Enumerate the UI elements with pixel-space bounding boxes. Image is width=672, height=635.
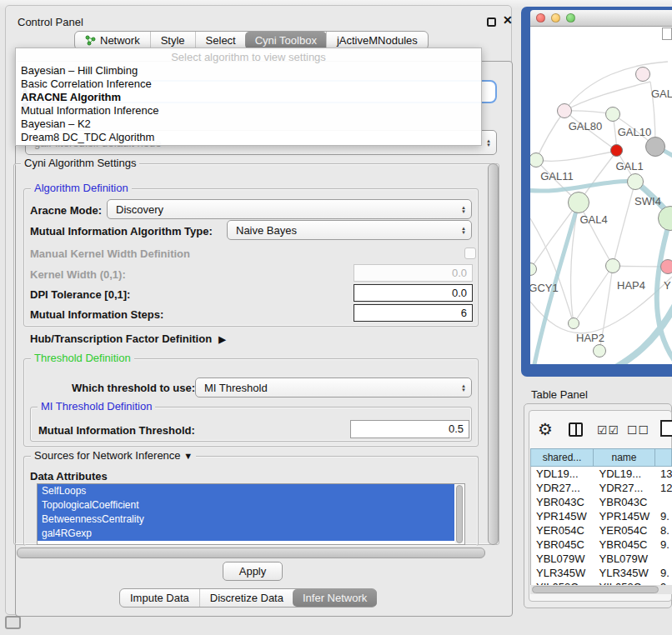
kernel-width-field[interactable]: 0.0 bbox=[354, 264, 473, 282]
table-panel-title: Table Panel bbox=[531, 388, 588, 401]
settings-vscroll-thumb[interactable] bbox=[488, 163, 499, 545]
column-header-name[interactable]: name bbox=[594, 448, 655, 467]
table-hscroll-thumb[interactable] bbox=[532, 586, 659, 593]
list-item-selfloops[interactable]: SelfLoops bbox=[38, 484, 454, 498]
bottom-tabbar: Impute Data Discretize Data Infer Networ… bbox=[119, 588, 377, 608]
list-scrollbar-thumb[interactable] bbox=[456, 485, 463, 543]
dropdown-item-basic-correlation[interactable]: Basic Correlation Inference bbox=[16, 78, 481, 91]
check-all-icon[interactable]: ☑☑ bbox=[597, 423, 619, 437]
table-row[interactable]: YBR045CYBR045C9. bbox=[531, 538, 672, 552]
aracne-mode-value: Discovery bbox=[108, 203, 456, 216]
network-node-gray[interactable] bbox=[645, 137, 665, 157]
cell-shared: YPR145W bbox=[531, 509, 594, 523]
tab-discretize-data[interactable]: Discretize Data bbox=[199, 589, 293, 607]
node-label-gal1: GAL1 bbox=[615, 160, 643, 172]
column-header-shared-name[interactable]: shared... bbox=[530, 448, 594, 467]
tab-jactivemnodules[interactable]: jActiveMNodules bbox=[326, 32, 428, 49]
uncheck-all-icon[interactable]: ☐☐ bbox=[627, 423, 649, 437]
spinner-arrows-icon: ▴▾ bbox=[456, 205, 471, 213]
cell-value: 9. bbox=[655, 566, 672, 580]
network-node-pink[interactable] bbox=[635, 67, 650, 82]
manual-kernel-width-checkbox[interactable] bbox=[464, 248, 476, 259]
table-row[interactable]: YPR145WYPR145W9. bbox=[531, 509, 672, 523]
float-window-icon[interactable] bbox=[487, 18, 496, 27]
dropdown-item-mutual-information[interactable]: Mutual Information Inference bbox=[16, 104, 481, 118]
page-icon[interactable] bbox=[660, 420, 672, 437]
network-node-green[interactable] bbox=[627, 173, 644, 190]
dropdown-item-aracne[interactable]: ARACNE Algorithm bbox=[16, 91, 481, 104]
node-label-gal11: GAL11 bbox=[540, 170, 574, 182]
dpi-tolerance-field[interactable]: 0.0 bbox=[354, 284, 473, 302]
tab-infer-network[interactable]: Infer Network bbox=[293, 589, 377, 607]
dropdown-item-bayesian-hill-climbing[interactable]: Bayesian – Hill Climbing bbox=[16, 64, 481, 78]
cell-name: YPR145W bbox=[594, 509, 656, 523]
table-row[interactable]: YDR27...YDR27...12 bbox=[531, 481, 672, 495]
mi-algorithm-type-combobox[interactable]: Naive Bayes ▴▾ bbox=[227, 220, 472, 240]
tab-style[interactable]: Style bbox=[150, 32, 195, 49]
network-node-red-selected[interactable] bbox=[610, 144, 623, 157]
mi-threshold-field[interactable]: 0.5 bbox=[350, 420, 469, 438]
algorithm-definition-title: Algorithm Definition bbox=[31, 182, 132, 194]
table-row[interactable]: YBR043CYBR043C bbox=[531, 495, 672, 509]
sources-group-title: Sources for Network Inference ▼ bbox=[31, 449, 196, 462]
cell-shared: YLR345W bbox=[531, 566, 594, 580]
hub-transcription-factor-section[interactable]: Hub/Transcription Factor Definition▶ bbox=[30, 332, 226, 345]
mi-steps-label: Mutual Information Steps: bbox=[30, 308, 163, 321]
network-node-green[interactable] bbox=[605, 107, 620, 122]
tab-cyni-toolbox[interactable]: Cyni Toolbox bbox=[245, 32, 327, 49]
node-label-hap4: HAP4 bbox=[617, 279, 645, 292]
network-node-green[interactable] bbox=[568, 318, 579, 329]
tab-network[interactable]: Network bbox=[75, 32, 150, 49]
tab-jactivemnodules-label: jActiveMNodules bbox=[337, 34, 418, 47]
data-attributes-list: SelfLoops TopologicalCoefficient Between… bbox=[37, 483, 465, 545]
column-header-partial[interactable] bbox=[655, 448, 672, 467]
minimize-traffic-light-icon[interactable] bbox=[551, 13, 560, 22]
table-horizontal-scrollbar[interactable] bbox=[530, 585, 672, 594]
network-node-green[interactable] bbox=[593, 344, 606, 358]
network-window-titlebar[interactable] bbox=[530, 10, 672, 27]
which-threshold-combobox[interactable]: MI Threshold ▴▾ bbox=[195, 378, 472, 398]
split-columns-icon[interactable] bbox=[569, 422, 583, 437]
cell-name: YBR045C bbox=[594, 538, 656, 552]
table-body[interactable]: YDL19...YDL19...13 YDR27...YDR27...12 YB… bbox=[530, 467, 672, 585]
cell-value: 8. bbox=[655, 523, 672, 538]
tab-impute-data[interactable]: Impute Data bbox=[120, 589, 199, 607]
node-label-hap2: HAP2 bbox=[576, 332, 604, 344]
settings-horizontal-scrollbar[interactable] bbox=[17, 548, 485, 558]
dropdown-item-dream8[interactable]: Dream8 DC_TDC Algorithm bbox=[16, 131, 481, 144]
network-node-green[interactable] bbox=[605, 258, 620, 273]
cell-name: YDL19... bbox=[594, 467, 656, 481]
dock-panel-icon[interactable] bbox=[5, 616, 21, 629]
table-row[interactable]: YER054CYER054C8. bbox=[531, 523, 672, 538]
collapse-down-arrow-icon[interactable]: ▼ bbox=[183, 451, 193, 461]
network-node-pink[interactable] bbox=[557, 103, 572, 118]
network-node-salmon[interactable] bbox=[660, 259, 672, 274]
expand-right-arrow-icon[interactable]: ▶ bbox=[218, 334, 225, 345]
list-scrollbar[interactable] bbox=[455, 485, 464, 543]
close-icon[interactable]: ✕ bbox=[503, 13, 513, 27]
table-row[interactable]: YLR345WYLR345W9. bbox=[531, 566, 672, 580]
aracne-mode-combobox[interactable]: Discovery ▴▾ bbox=[107, 199, 472, 219]
cell-value: 12 bbox=[655, 481, 672, 495]
list-item-gal4rgexp[interactable]: gal4RGexp bbox=[38, 527, 454, 541]
settings-hscroll-thumb[interactable] bbox=[17, 548, 485, 558]
gear-icon[interactable]: ⚙ bbox=[538, 419, 553, 439]
node-label-swi4: SWI4 bbox=[634, 195, 661, 208]
network-node-gal4[interactable] bbox=[568, 192, 589, 213]
table-row[interactable]: YBL079WYBL079W bbox=[531, 552, 672, 566]
dropdown-item-bayesian-k2[interactable]: Bayesian – K2 bbox=[16, 118, 481, 131]
close-traffic-light-icon[interactable] bbox=[536, 13, 545, 22]
settings-vertical-scrollbar[interactable] bbox=[488, 163, 499, 545]
mi-threshold-definition-title: MI Threshold Definition bbox=[38, 400, 155, 412]
tab-network-label: Network bbox=[100, 34, 140, 47]
network-canvas[interactable]: GAL GAL80 GAL10 GAL1 GAL11 SWI4 GAL4 GCY… bbox=[530, 27, 672, 364]
tab-select[interactable]: Select bbox=[195, 32, 246, 49]
network-icon bbox=[85, 35, 96, 46]
zoom-traffic-light-icon[interactable] bbox=[566, 13, 575, 22]
apply-button[interactable]: Apply bbox=[223, 562, 283, 581]
aracne-mode-label: Aracne Mode: bbox=[30, 204, 102, 217]
list-item-topologicalcoefficient[interactable]: TopologicalCoefficient bbox=[38, 498, 454, 512]
mi-steps-field[interactable]: 6 bbox=[354, 304, 473, 322]
table-row[interactable]: YDL19...YDL19...13 bbox=[531, 467, 672, 481]
list-item-betweennesscentrality[interactable]: BetweennessCentrality bbox=[38, 512, 454, 527]
